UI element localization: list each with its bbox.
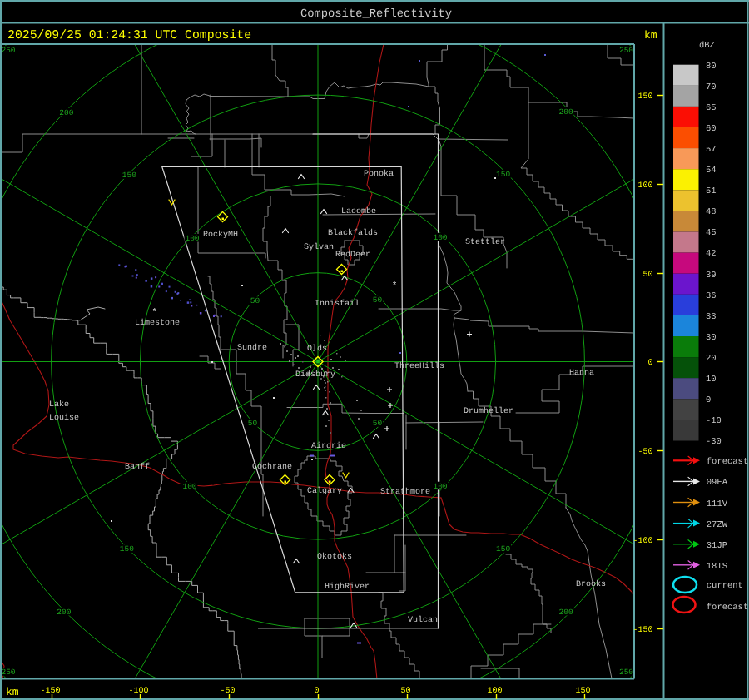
svg-text:Banff: Banff	[125, 462, 150, 472]
svg-text:42: 42	[706, 249, 717, 259]
svg-text:Limestone: Limestone	[135, 318, 180, 328]
svg-text:100: 100	[487, 687, 502, 696]
svg-text:-150: -150	[632, 626, 652, 635]
svg-text:Louise: Louise	[49, 413, 79, 423]
svg-text:18TS: 18TS	[707, 562, 727, 572]
svg-text:51: 51	[706, 186, 717, 196]
svg-text:Sundre: Sundre	[237, 343, 267, 353]
svg-text:dBZ: dBZ	[699, 41, 715, 51]
svg-text:50: 50	[248, 419, 258, 428]
svg-text:Composite_Reflectivity: Composite_Reflectivity	[300, 8, 452, 21]
svg-text:39: 39	[706, 271, 717, 280]
svg-text:forecast: forecast	[707, 603, 748, 613]
svg-text:150: 150	[575, 687, 590, 696]
svg-text:Airdrie: Airdrie	[311, 441, 346, 451]
svg-text:-100: -100	[128, 687, 148, 696]
svg-text:Drumheller: Drumheller	[464, 406, 513, 416]
svg-text:Hanna: Hanna	[569, 369, 594, 378]
svg-text:150: 150	[496, 544, 510, 554]
svg-text:Sylvan: Sylvan	[304, 242, 334, 252]
svg-text:50: 50	[373, 419, 383, 428]
svg-text:250: 250	[619, 668, 633, 677]
svg-text:200: 200	[59, 108, 73, 117]
svg-text:45: 45	[706, 228, 717, 238]
svg-text:09EA: 09EA	[707, 478, 728, 488]
svg-text:250: 250	[1, 46, 15, 55]
svg-text:57: 57	[706, 145, 717, 155]
svg-text:Olds: Olds	[307, 344, 327, 354]
svg-text:200: 200	[559, 107, 573, 117]
svg-text:Stettler: Stettler	[465, 237, 505, 247]
svg-text:70: 70	[706, 82, 717, 92]
svg-text:forecast: forecast	[707, 457, 748, 467]
svg-text:100: 100	[182, 482, 196, 491]
svg-text:Ponoka: Ponoka	[364, 169, 394, 179]
svg-text:-50: -50	[220, 687, 235, 696]
svg-text:50: 50	[373, 295, 383, 305]
svg-text:100: 100	[637, 181, 652, 191]
svg-text:150: 150	[637, 92, 652, 102]
svg-text:50: 50	[642, 271, 652, 280]
svg-text:-50: -50	[637, 448, 652, 457]
svg-text:Cochrane: Cochrane	[252, 462, 292, 472]
svg-text:100: 100	[433, 233, 447, 242]
svg-text:50: 50	[400, 687, 410, 696]
svg-text:250: 250	[1, 668, 15, 677]
svg-text:Lacombe: Lacombe	[341, 206, 376, 216]
svg-text:33: 33	[706, 312, 717, 322]
svg-text:111V: 111V	[707, 499, 728, 509]
svg-text:10: 10	[706, 375, 717, 385]
svg-text:*: *	[392, 281, 398, 291]
svg-text:Calgary: Calgary	[307, 486, 342, 496]
svg-text:150: 150	[122, 171, 136, 180]
svg-text:Okotoks: Okotoks	[317, 552, 352, 562]
svg-text:0: 0	[706, 395, 711, 405]
svg-text:Lake: Lake	[49, 400, 69, 410]
svg-text:Innisfail: Innisfail	[315, 299, 360, 309]
svg-text:-100: -100	[632, 537, 652, 546]
svg-text:ThreeHills: ThreeHills	[394, 361, 444, 371]
svg-text:HighRiver: HighRiver	[325, 582, 370, 592]
svg-text:Didsbury: Didsbury	[295, 370, 335, 380]
svg-text:km: km	[644, 29, 657, 42]
svg-text:km: km	[6, 686, 19, 698]
svg-text:0: 0	[314, 687, 319, 696]
svg-text:200: 200	[559, 608, 573, 617]
svg-text:60: 60	[706, 124, 717, 134]
svg-text:20: 20	[706, 354, 717, 364]
svg-text:80: 80	[706, 62, 717, 72]
svg-text:*: *	[152, 308, 158, 318]
svg-text:-10: -10	[706, 416, 722, 426]
svg-text:31JP: 31JP	[707, 541, 727, 551]
svg-text:150: 150	[120, 544, 134, 554]
svg-text:54: 54	[706, 166, 717, 176]
svg-text:2025/09/25 01:24:31 UTC Compos: 2025/09/25 01:24:31 UTC Composite	[7, 29, 251, 42]
svg-text:30: 30	[706, 333, 717, 343]
svg-text:100: 100	[433, 482, 447, 491]
svg-text:current: current	[707, 581, 743, 591]
svg-text:Strathmore: Strathmore	[380, 487, 430, 497]
svg-text:200: 200	[57, 608, 71, 617]
svg-text:250: 250	[619, 46, 633, 55]
svg-text:RockyMH: RockyMH	[203, 230, 238, 240]
svg-text:27ZW: 27ZW	[707, 520, 728, 530]
svg-text:65: 65	[706, 103, 717, 113]
svg-text:Blackfalds: Blackfalds	[328, 228, 378, 238]
svg-text:36: 36	[706, 291, 717, 301]
svg-text:-150: -150	[40, 687, 60, 696]
svg-text:0: 0	[647, 359, 652, 368]
svg-text:-30: -30	[706, 437, 722, 447]
svg-text:150: 150	[496, 170, 510, 179]
svg-text:100: 100	[185, 234, 199, 243]
svg-text:Brooks: Brooks	[576, 579, 606, 589]
svg-text:Vulcan: Vulcan	[408, 615, 438, 625]
svg-text:RedDeer: RedDeer	[335, 250, 370, 260]
svg-text:50: 50	[250, 296, 260, 305]
svg-text:48: 48	[706, 207, 717, 217]
